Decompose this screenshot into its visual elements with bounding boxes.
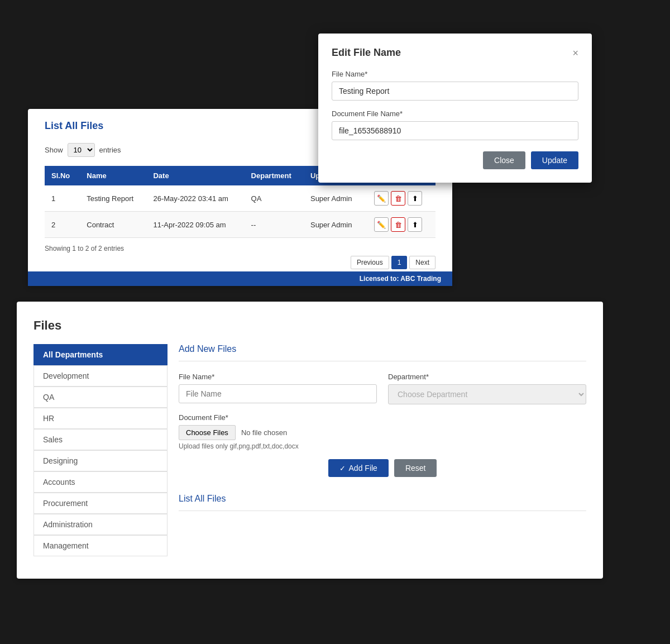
modal-close-button[interactable]: × [572, 48, 578, 58]
edit-icon[interactable]: ✏️ [374, 191, 389, 206]
reset-button[interactable]: Reset [394, 459, 437, 477]
bottom-panel: Files All Departments Development QA HR … [17, 302, 603, 579]
upload-icon[interactable]: ⬆ [408, 191, 422, 206]
cell-uploader: Super Admin [304, 185, 367, 212]
file-name-group: File Name* [179, 373, 377, 404]
sidebar-item-management[interactable]: Management [34, 535, 168, 556]
modal-file-name-group: File Name* [332, 70, 578, 101]
modal-close-btn[interactable]: Close [483, 151, 525, 169]
sidebar-item-qa[interactable]: QA [34, 387, 168, 408]
modal-doc-file-name-label: Document File Name* [332, 109, 578, 118]
cell-dept: -- [245, 212, 304, 238]
col-name: Name [80, 166, 146, 185]
cell-actions: ✏️ 🗑 ⬆ [367, 185, 436, 212]
cell-slno: 1 [45, 185, 80, 212]
table-info: Showing 1 to 2 of 2 entries [45, 245, 436, 252]
modal-footer: Close Update [332, 151, 578, 169]
cell-date: 11-Apr-2022 09:05 am [146, 212, 244, 238]
add-new-title: Add New Files [179, 344, 586, 361]
cell-date: 26-May-2022 03:41 am [146, 185, 244, 212]
modal-update-btn[interactable]: Update [531, 151, 578, 169]
file-hint: Upload files only gif,png,pdf,txt,doc,do… [179, 442, 586, 450]
modal-file-name-label: File Name* [332, 70, 578, 78]
sidebar-item-accounts[interactable]: Accounts [34, 471, 168, 493]
next-button[interactable]: Next [409, 256, 436, 269]
modal-header: Edit File Name × [332, 47, 578, 59]
col-date: Date [146, 166, 244, 185]
page-1-button[interactable]: 1 [391, 256, 408, 269]
entries-select[interactable]: 10 [68, 143, 95, 157]
cell-uploader: Super Admin [304, 212, 367, 238]
checkmark-icon: ✓ [339, 464, 346, 473]
modal-doc-file-name-input[interactable] [332, 121, 578, 140]
table-row: 2 Contract 11-Apr-2022 09:05 am -- Super… [45, 212, 436, 238]
files-title: Files [34, 318, 586, 333]
add-file-button[interactable]: ✓ Add File [328, 459, 389, 477]
no-file-text: No file chosen [241, 428, 287, 437]
col-slno: Sl.No [45, 166, 80, 185]
cell-name: Contract [80, 212, 146, 238]
department-select[interactable]: Choose Department [388, 384, 586, 404]
edit-file-modal: Edit File Name × File Name* Document Fil… [318, 34, 592, 183]
sidebar-item-development[interactable]: Development [34, 365, 168, 387]
cell-name: Testing Report [80, 185, 146, 212]
modal-doc-file-name-group: Document File Name* [332, 109, 578, 140]
sidebar-item-procurement[interactable]: Procurement [34, 493, 168, 514]
cell-dept: QA [245, 185, 304, 212]
list-all-title: List All Files [179, 494, 586, 511]
sidebar-item-administration[interactable]: Administration [34, 514, 168, 535]
licensed-bar: Licensed to: ABC Trading [28, 271, 452, 286]
cell-actions: ✏️ 🗑 ⬆ [367, 212, 436, 238]
upload-icon[interactable]: ⬆ [408, 217, 422, 232]
sidebar-item-sales[interactable]: Sales [34, 429, 168, 450]
delete-icon[interactable]: 🗑 [391, 217, 405, 232]
delete-icon[interactable]: 🗑 [391, 191, 405, 206]
main-content: Add New Files File Name* Department* Cho… [179, 344, 586, 556]
department-group: Department* Choose Department [388, 373, 586, 404]
choose-files-button[interactable]: Choose Files [179, 425, 236, 440]
sidebar-item-designing[interactable]: Designing [34, 450, 168, 471]
pagination: Previous 1 Next [45, 256, 436, 269]
prev-button[interactable]: Previous [351, 256, 389, 269]
modal-file-name-input[interactable] [332, 82, 578, 101]
sidebar-item-all-departments[interactable]: All Departments [34, 344, 168, 365]
file-name-label: File Name* [179, 373, 377, 381]
doc-file-label: Document File* [179, 413, 586, 422]
edit-icon[interactable]: ✏️ [374, 217, 389, 232]
show-entries: Show 10 entries [45, 143, 121, 157]
file-name-input[interactable] [179, 384, 377, 403]
cell-slno: 2 [45, 212, 80, 238]
department-label: Department* [388, 373, 586, 381]
doc-file-section: Document File* Choose Files No file chos… [179, 413, 586, 450]
modal-title: Edit File Name [332, 47, 401, 59]
table-row: 1 Testing Report 26-May-2022 03:41 am QA… [45, 185, 436, 212]
col-dept: Department [245, 166, 304, 185]
sidebar: All Departments Development QA HR Sales … [34, 344, 168, 556]
sidebar-item-hr[interactable]: HR [34, 408, 168, 429]
